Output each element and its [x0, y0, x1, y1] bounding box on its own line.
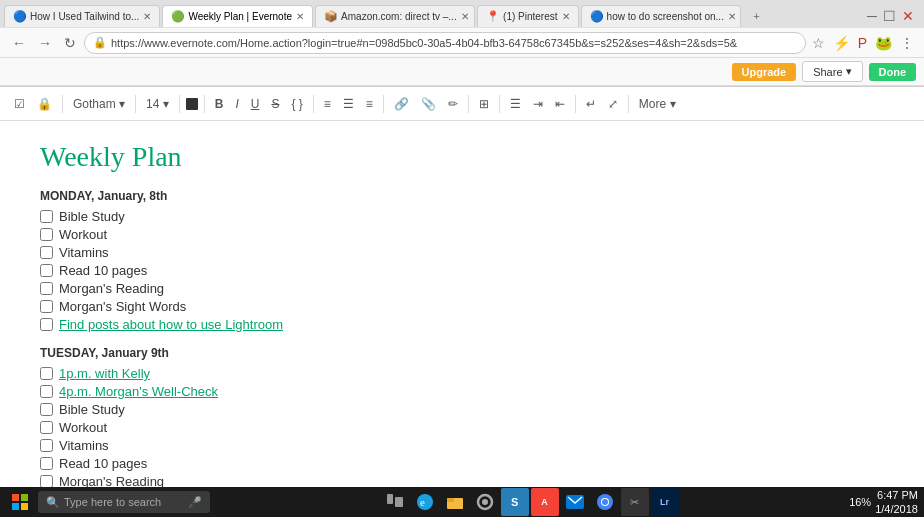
- back-button[interactable]: ←: [8, 33, 30, 53]
- close-window-button[interactable]: ✕: [900, 6, 916, 26]
- list-ol-button[interactable]: ≡: [362, 95, 377, 113]
- indent-button[interactable]: ⇥: [529, 95, 547, 113]
- tab-close-evernote[interactable]: ✕: [296, 11, 304, 22]
- checklist-link[interactable]: 4p.m. Morgan's Well-Check: [59, 384, 218, 399]
- checklist-item[interactable]: Workout: [40, 227, 884, 242]
- underline-button[interactable]: U: [247, 95, 264, 113]
- checklist-item[interactable]: Bible Study: [40, 209, 884, 224]
- font-size-select[interactable]: 14 ▾: [142, 95, 173, 113]
- editor-area[interactable]: Weekly Plan MONDAY, January, 8thBible St…: [0, 121, 924, 517]
- checklist-item[interactable]: 1p.m. with Kelly: [40, 366, 884, 381]
- tab-close-tailwind[interactable]: ✕: [143, 11, 151, 22]
- tab-close-amazon[interactable]: ✕: [461, 11, 469, 22]
- forward-button[interactable]: →: [34, 33, 56, 53]
- checkbox-0-2[interactable]: [40, 246, 53, 259]
- toolbar-sep-3: [179, 95, 180, 113]
- settings-button[interactable]: [471, 488, 499, 516]
- checkbox-0-6[interactable]: [40, 318, 53, 331]
- align-left-button[interactable]: ≡: [320, 95, 335, 113]
- mail-button[interactable]: [561, 488, 589, 516]
- upgrade-button[interactable]: Upgrade: [732, 63, 797, 81]
- expand-button[interactable]: ⤢: [604, 95, 622, 113]
- task-view-button[interactable]: [381, 488, 409, 516]
- svg-point-15: [602, 499, 608, 505]
- checklist-item[interactable]: 4p.m. Morgan's Well-Check: [40, 384, 884, 399]
- clock-time: 6:47 PM: [875, 488, 918, 502]
- tab-tailwind[interactable]: 🔵 How I Used Tailwind to... ✕: [4, 5, 160, 27]
- tab-amazon[interactable]: 📦 Amazon.com: direct tv –... ✕: [315, 5, 475, 27]
- checklist-item[interactable]: Read 10 pages: [40, 263, 884, 278]
- checkbox-1-5[interactable]: [40, 457, 53, 470]
- tab-evernote[interactable]: 🟢 Weekly Plan | Evernote ✕: [162, 5, 313, 27]
- avast-button[interactable]: A: [531, 488, 559, 516]
- checklist-item[interactable]: Morgan's Sight Words: [40, 299, 884, 314]
- extensions-button[interactable]: 🐸: [873, 33, 894, 53]
- alerts-button[interactable]: ⚡: [831, 33, 852, 53]
- list-ul-button[interactable]: ☰: [339, 95, 358, 113]
- checkbox-0-1[interactable]: [40, 228, 53, 241]
- checkbox-0-4[interactable]: [40, 282, 53, 295]
- time-display: 6:47 PM 1/4/2018: [875, 488, 918, 517]
- edge-button[interactable]: e: [411, 488, 439, 516]
- tab-close-screenshot[interactable]: ✕: [728, 11, 736, 22]
- strikethrough-button[interactable]: S: [267, 95, 283, 113]
- align-justify-button[interactable]: ☰: [506, 95, 525, 113]
- tab-close-pinterest[interactable]: ✕: [562, 11, 570, 22]
- attachment-button[interactable]: 📎: [417, 95, 440, 113]
- taskbar-right: 16% 6:47 PM 1/4/2018: [849, 488, 918, 517]
- search-box[interactable]: 🔍 🎤: [38, 491, 210, 513]
- tab-screenshot[interactable]: 🔵 how to do screenshot on... ✕: [581, 5, 741, 27]
- lock-toolbar-btn[interactable]: 🔒: [33, 95, 56, 113]
- store-button[interactable]: S: [501, 488, 529, 516]
- checkbox-0-5[interactable]: [40, 300, 53, 313]
- italic-button[interactable]: I: [231, 95, 242, 113]
- checkbox-1-2[interactable]: [40, 403, 53, 416]
- checklist-item[interactable]: Morgan's Reading: [40, 281, 884, 296]
- search-input[interactable]: [64, 496, 184, 508]
- checkbox-toolbar-btn[interactable]: ☑: [10, 95, 29, 113]
- lightroom-button[interactable]: Lr: [651, 488, 679, 516]
- checklist-item[interactable]: Read 10 pages: [40, 456, 884, 471]
- highlight-button[interactable]: ✏: [444, 95, 462, 113]
- link-button[interactable]: 🔗: [390, 95, 413, 113]
- checklist-item[interactable]: Bible Study: [40, 402, 884, 417]
- checkbox-0-0[interactable]: [40, 210, 53, 223]
- font-select[interactable]: Gotham ▾: [69, 95, 129, 113]
- ltr-button[interactable]: ↵: [582, 95, 600, 113]
- day-heading-1: TUESDAY, January 9th: [40, 346, 884, 360]
- checklist-item[interactable]: Vitamins: [40, 438, 884, 453]
- checklist-item[interactable]: Workout: [40, 420, 884, 435]
- checklist-item[interactable]: Find posts about how to use Lightroom: [40, 317, 884, 332]
- checkbox-1-3[interactable]: [40, 421, 53, 434]
- menu-button[interactable]: ⋮: [898, 33, 916, 53]
- taskbar-left: 🔍 🎤: [6, 488, 210, 516]
- minimize-button[interactable]: ─: [865, 6, 879, 26]
- maximize-button[interactable]: ☐: [881, 6, 898, 26]
- more-button[interactable]: More ▾: [635, 95, 680, 113]
- outdent-button[interactable]: ⇤: [551, 95, 569, 113]
- bookmark-button[interactable]: ☆: [810, 33, 827, 53]
- checkbox-1-0[interactable]: [40, 367, 53, 380]
- checklist-item[interactable]: Vitamins: [40, 245, 884, 260]
- share-button[interactable]: Share ▾: [802, 61, 862, 82]
- checkbox-0-3[interactable]: [40, 264, 53, 277]
- address-bar[interactable]: 🔒 https://www.evernote.com/Home.action?l…: [84, 32, 806, 54]
- code-button[interactable]: { }: [287, 95, 306, 113]
- checkbox-1-1[interactable]: [40, 385, 53, 398]
- taskbar: 🔍 🎤 e S A ✂ Lr: [0, 487, 924, 517]
- done-button[interactable]: Done: [869, 63, 917, 81]
- table-button[interactable]: ⊞: [475, 95, 493, 113]
- chrome-button[interactable]: [591, 488, 619, 516]
- new-tab-button[interactable]: +: [743, 5, 771, 27]
- windows-button[interactable]: [6, 488, 34, 516]
- checklist-link[interactable]: Find posts about how to use Lightroom: [59, 317, 283, 332]
- file-explorer-button[interactable]: [441, 488, 469, 516]
- checklist-link[interactable]: 1p.m. with Kelly: [59, 366, 150, 381]
- checkbox-1-4[interactable]: [40, 439, 53, 452]
- bold-button[interactable]: B: [211, 95, 228, 113]
- snip-button[interactable]: ✂: [621, 488, 649, 516]
- refresh-button[interactable]: ↻: [60, 33, 80, 53]
- pinterest-button[interactable]: P: [856, 33, 869, 53]
- font-color-swatch[interactable]: [186, 98, 198, 110]
- tab-pinterest[interactable]: 📍 (1) Pinterest ✕: [477, 5, 579, 27]
